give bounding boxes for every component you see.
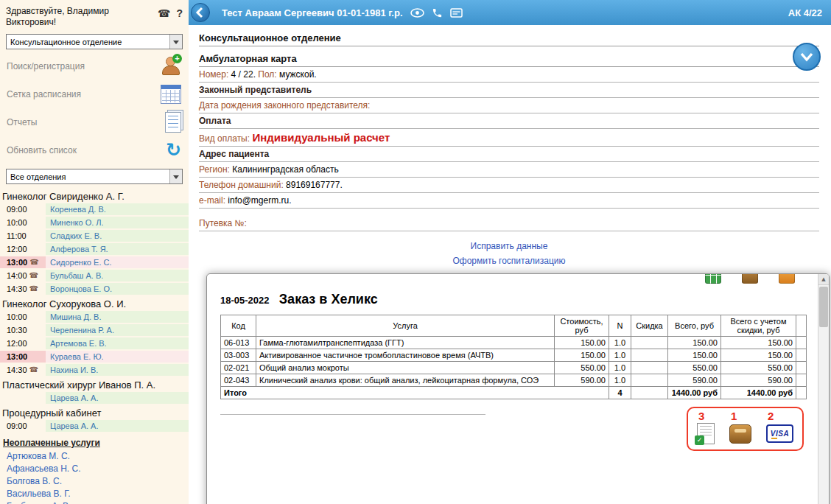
- field-email: e-mail: info@mgerm.ru.: [199, 193, 819, 209]
- payment-options: 3 ✓ 1 2 VISA: [687, 407, 804, 451]
- eye-icon[interactable]: [410, 8, 424, 18]
- unpaid-patient-link[interactable]: Артюкова М. С.: [0, 450, 189, 463]
- field-number-sex: Номер: 4 / 22. Пол: мужской.: [199, 67, 819, 83]
- field-home-phone: Телефон домашний: 89169167777.: [199, 178, 819, 193]
- payment-invoice-option[interactable]: 3 ✓: [697, 410, 715, 444]
- phone-icon: ☎: [29, 272, 38, 279]
- table-row: 02-021 Общий анализ мокроты 550.00 1.0 5…: [221, 362, 807, 374]
- unpaid-patient-link[interactable]: Болгова В. С.: [0, 475, 189, 488]
- sidebar: Здравствуйте, Владимир Викторович! ☎ ? К…: [0, 0, 189, 504]
- card-number-badge: АК 4/22: [788, 7, 822, 18]
- back-button[interactable]: [191, 3, 210, 22]
- doctor-header[interactable]: Пластический хирург Иванов П. А.: [0, 377, 189, 392]
- totals-row: Итого 4 1440.00 руб 1440.00 руб: [221, 387, 807, 399]
- main-area: Тест Авраам Сергеевич 01-01-1981 г.р. АК…: [189, 0, 831, 504]
- phone-icon: ☎: [29, 259, 38, 266]
- collapse-card-button[interactable]: [793, 43, 821, 71]
- sidebar-item-refresh-list[interactable]: Обновить список ↻: [0, 136, 189, 164]
- add-patient-icon: +: [159, 56, 181, 77]
- visa-icon: VISA: [766, 424, 793, 443]
- panel-scrollbar[interactable]: ▲: [818, 274, 829, 504]
- order-date: 18-05-2022: [220, 295, 270, 306]
- schedule-list: Гинеколог Свириденко А. Г. 09:00 Коренев…: [0, 189, 189, 504]
- schedule-slot[interactable]: 10:00 Мишина Д. В.: [0, 311, 189, 323]
- schedule-slot[interactable]: 12:00 Алферова Т. Я.: [0, 243, 189, 255]
- sidebar-item-search-registration[interactable]: Поиск/регистрация +: [0, 52, 189, 80]
- patient-title: Тест Авраам Сергеевич 01-01-1981 г.р.: [222, 7, 403, 18]
- unpaid-patient-link[interactable]: Афанасьева Н. С.: [0, 463, 189, 475]
- chevron-down-icon: [169, 169, 182, 183]
- section-patient-address: Адрес пациента: [199, 147, 819, 162]
- field-legal-rep-birthdate: Дата рождения законного представителя:: [199, 98, 819, 113]
- schedule-slot[interactable]: 14:00☎ Бульбаш А. В.: [0, 270, 189, 281]
- scrollbar-thumb[interactable]: [819, 287, 828, 327]
- schedule-slot[interactable]: 13:00 Кураева Е. Ю.: [0, 351, 189, 363]
- patient-header-bar: Тест Авраам Сергеевич 01-01-1981 г.р. АК…: [189, 0, 831, 25]
- calendar-icon: [161, 85, 181, 104]
- order-title: Заказ в Хеликс: [279, 292, 378, 307]
- department-title: Консультационное отделение: [199, 32, 819, 46]
- schedule-slot[interactable]: 14:30☎ Нахина И. В.: [0, 364, 189, 376]
- greeting-text: Здравствуйте, Владимир Викторович!: [6, 6, 131, 28]
- hospitalization-link[interactable]: Оформить госпитализацию: [199, 256, 819, 266]
- table-row: 03-003 Активированное частичное тромбопл…: [221, 349, 807, 362]
- schedule-slot[interactable]: 14:30☎ Воронцова Е. О.: [0, 283, 189, 295]
- card-icon[interactable]: [450, 8, 463, 18]
- field-voucher: Путевка №:: [199, 216, 819, 231]
- unpaid-patient-link[interactable]: Горбачева А. В.: [0, 500, 189, 504]
- help-icon[interactable]: ?: [176, 7, 183, 28]
- payment-cash-option[interactable]: 1: [729, 410, 751, 444]
- export-excel-icon[interactable]: [705, 273, 721, 284]
- invoice-icon: ✓: [697, 423, 715, 444]
- doctor-header[interactable]: Процедурный кабинет: [0, 405, 189, 420]
- chevron-left-icon: [194, 7, 206, 18]
- payment-option-number: 3: [698, 410, 704, 422]
- phone-icon: ☎: [29, 285, 38, 293]
- column-header-code: Код: [221, 315, 256, 337]
- card-title: Амбулаторная карта: [199, 53, 819, 67]
- chevron-down-icon: [799, 52, 814, 62]
- phone-icon[interactable]: [432, 7, 443, 18]
- payment-card-option[interactable]: 2 VISA: [766, 410, 793, 444]
- refresh-icon: ↻: [166, 141, 181, 160]
- order-popup: 18-05-2022 Заказ в Хеликс Код Услуга Сто…: [206, 273, 830, 504]
- column-header-price: Стоимость, руб: [555, 315, 609, 337]
- fix-data-link[interactable]: Исправить данные: [199, 241, 819, 251]
- column-header-discount: Скидка: [631, 315, 668, 337]
- schedule-slot[interactable]: 09:00 Коренева Д. В.: [0, 203, 189, 215]
- unpaid-patient-link[interactable]: Васильева В. Г.: [0, 488, 189, 500]
- phone-settings-icon[interactable]: ☎: [158, 7, 170, 28]
- column-header-service: Услуга: [256, 315, 555, 337]
- schedule-slot[interactable]: 12:00 Артемова Е. В.: [0, 337, 189, 349]
- column-header-n: N: [609, 315, 631, 337]
- schedule-slot[interactable]: Царева А. А.: [0, 392, 189, 404]
- archive-icon[interactable]: [742, 273, 758, 284]
- table-row: 02-043 Клинический анализ крови: общий а…: [221, 374, 807, 387]
- divider: [220, 414, 485, 415]
- department-select[interactable]: Консультационное отделение: [6, 34, 183, 49]
- print-order-icon[interactable]: [779, 273, 795, 284]
- field-region: Регион: Калининградская область: [199, 162, 819, 178]
- payment-option-number: 1: [731, 410, 737, 422]
- unpaid-services-title: Неоплаченные услуги: [0, 433, 189, 450]
- cash-icon: [729, 424, 751, 444]
- sidebar-item-reports[interactable]: Отчеты: [0, 108, 189, 136]
- column-header-total: Всего, руб: [668, 315, 721, 337]
- doctor-header[interactable]: Гинеколог Свириденко А. Г.: [0, 189, 189, 203]
- departments-filter-select[interactable]: Все отделения: [6, 169, 183, 184]
- reports-icon: [165, 112, 181, 133]
- schedule-slot[interactable]: 09:00 Царева А. А.: [0, 420, 189, 432]
- schedule-slot[interactable]: 10:30 Черепенина Р. А.: [0, 324, 189, 336]
- schedule-slot[interactable]: 11:00 Сладких Е. В.: [0, 230, 189, 242]
- chevron-down-icon: [169, 35, 182, 49]
- schedule-slot[interactable]: 10:00 Миненко О. Л.: [0, 217, 189, 228]
- field-payment-type: Вид оплаты: Индивидуальный расчет: [199, 129, 819, 147]
- sidebar-item-schedule-grid[interactable]: Сетка расписания: [0, 80, 189, 108]
- phone-icon: ☎: [29, 366, 38, 374]
- column-header-empty: [796, 315, 807, 337]
- doctor-header[interactable]: Гинеколог Сухорукова О. И.: [0, 296, 189, 311]
- schedule-slot[interactable]: 13:00☎ Сидоренко Е. С.: [0, 256, 189, 268]
- scroll-up-icon[interactable]: ▲: [818, 274, 829, 285]
- table-row: 06-013 Гамма-глютамилтранспептидаза (ГГТ…: [221, 337, 807, 349]
- payment-option-number: 2: [768, 410, 774, 422]
